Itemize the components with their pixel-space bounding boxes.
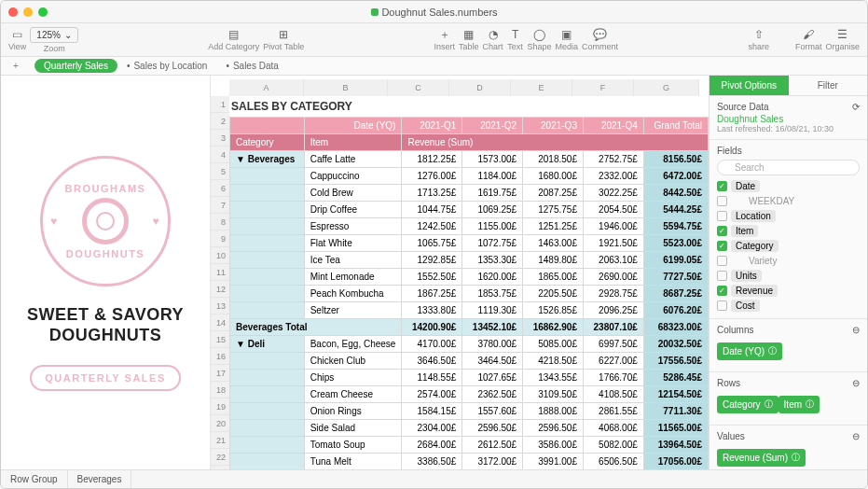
cell[interactable]: 2928.75£ (583, 286, 643, 302)
cell[interactable]: 4170.00£ (402, 336, 462, 353)
cell[interactable]: 1069.25£ (462, 202, 523, 218)
cell[interactable]: 1812.25£ (402, 151, 462, 168)
cell[interactable]: 2021-Q2 (462, 118, 523, 134)
cell[interactable]: 1148.55£ (402, 370, 462, 386)
cell[interactable]: 2861.55£ (583, 403, 643, 420)
remove-icon[interactable]: ⊖ (852, 325, 860, 335)
remove-icon[interactable]: ⊖ (852, 431, 860, 441)
cell[interactable]: 6227.00£ (583, 353, 643, 370)
cell[interactable]: 2612.50£ (462, 437, 523, 454)
remove-icon[interactable]: ⊖ (852, 378, 860, 388)
cell[interactable]: 2087.25£ (523, 185, 584, 202)
sheet-tab[interactable]: Sales by Location (117, 59, 216, 73)
add-category-icon[interactable]: ▤ (226, 28, 242, 41)
cell[interactable]: 5594.75£ (643, 218, 708, 235)
cell[interactable]: ▼ Beverages (230, 151, 305, 168)
cell[interactable]: 3646.50£ (402, 353, 462, 370)
cell[interactable]: Grand Total (643, 118, 708, 134)
cell[interactable]: 4218.50£ (523, 353, 584, 370)
row-number[interactable]: 10 (211, 247, 229, 264)
cell[interactable] (230, 437, 305, 454)
field-row[interactable]: ✓Category (717, 239, 860, 253)
cell[interactable]: 1680.00£ (523, 168, 584, 185)
cell[interactable]: Chicken Club (304, 353, 402, 370)
cell[interactable]: Cream Cheese (304, 386, 402, 403)
cell[interactable]: 11565.00£ (643, 420, 708, 437)
cell[interactable]: Chips (304, 370, 402, 386)
cell[interactable]: 14200.90£ (402, 319, 462, 336)
cell[interactable]: 1766.70£ (583, 370, 643, 386)
cell[interactable]: 5085.00£ (523, 336, 584, 353)
column-header[interactable]: G (634, 79, 699, 96)
cell[interactable]: 1526.85£ (523, 302, 584, 319)
zoom-select[interactable]: 125%⌄ (30, 27, 78, 43)
cell[interactable]: 6472.00£ (643, 168, 708, 185)
cell[interactable]: 1552.50£ (402, 269, 462, 286)
cell[interactable]: Caffe Latte (304, 151, 402, 168)
cell[interactable] (230, 168, 305, 185)
row-number[interactable]: 19 (211, 398, 229, 415)
cell[interactable]: 2362.50£ (462, 386, 523, 403)
column-header[interactable]: D (449, 79, 511, 96)
cell[interactable]: Bacon, Egg, Cheese (304, 336, 402, 353)
cell[interactable]: 2684.00£ (402, 437, 462, 454)
cell[interactable]: 5082.00£ (583, 437, 643, 454)
cell[interactable] (230, 118, 305, 134)
cell[interactable]: 3464.50£ (462, 353, 523, 370)
text-icon[interactable]: T (507, 28, 524, 41)
shape-icon[interactable]: ◯ (531, 28, 548, 41)
cell[interactable]: 1184.00£ (462, 168, 523, 185)
cell[interactable]: 17556.50£ (643, 353, 708, 370)
cell[interactable]: 1584.15£ (402, 403, 462, 420)
checkbox[interactable] (717, 300, 727, 311)
cell[interactable]: 16862.90£ (523, 319, 584, 336)
cell[interactable] (230, 269, 305, 286)
cell[interactable]: 4108.50£ (583, 386, 643, 403)
cell[interactable]: 1333.80£ (402, 302, 462, 319)
cell[interactable]: Espresso (304, 218, 402, 235)
cell[interactable]: 6199.05£ (643, 252, 708, 269)
cell[interactable] (230, 370, 305, 386)
insert-icon[interactable]: ＋ (436, 28, 453, 41)
cell[interactable]: 1619.75£ (462, 185, 523, 202)
cell[interactable]: 6997.50£ (583, 336, 643, 353)
column-header[interactable]: C (388, 79, 449, 96)
cell[interactable]: 1251.25£ (523, 218, 584, 235)
cell[interactable] (230, 235, 305, 252)
cell[interactable]: Drip Coffee (304, 202, 402, 218)
chip[interactable]: Categoryⓘ (717, 396, 778, 413)
checkbox[interactable] (717, 271, 727, 281)
cell[interactable]: 1946.00£ (583, 218, 643, 235)
cell[interactable]: 1888.00£ (523, 403, 584, 420)
cell[interactable]: Seltzer (304, 302, 402, 319)
cell[interactable]: 13452.10£ (462, 319, 523, 336)
cell[interactable]: 2690.00£ (583, 269, 643, 286)
columns-dropzone[interactable]: Date (YQ)ⓘ (717, 337, 860, 366)
cell[interactable]: 1119.30£ (462, 302, 523, 319)
cell[interactable]: 3022.25£ (583, 185, 643, 202)
cell[interactable] (230, 185, 305, 202)
cell[interactable]: 1489.80£ (523, 252, 584, 269)
cell[interactable]: Beverages Total (230, 319, 402, 336)
row-number[interactable]: 14 (211, 314, 229, 331)
cell[interactable]: 1867.25£ (402, 286, 462, 302)
checkbox[interactable]: ✓ (717, 241, 727, 251)
cell[interactable]: 2096.25£ (583, 302, 643, 319)
source-data-link[interactable]: Doughnut Sales (717, 114, 860, 124)
field-row[interactable]: Location (717, 209, 860, 223)
cell[interactable]: 6076.20£ (643, 302, 708, 319)
cell[interactable]: Side Salad (304, 420, 402, 437)
cell[interactable]: 23807.10£ (583, 319, 643, 336)
fields-search-input[interactable]: Search (717, 160, 860, 175)
cell[interactable]: Revenue (Sum) (402, 134, 709, 151)
add-sheet-button[interactable]: + (8, 61, 23, 71)
chip-date-yq[interactable]: Date (YQ)ⓘ (717, 342, 782, 360)
cell[interactable]: ▼ Deli (230, 336, 305, 353)
field-row[interactable]: Units (717, 269, 860, 283)
cell[interactable]: Item (304, 134, 402, 151)
cell[interactable]: 2574.00£ (402, 386, 462, 403)
cell[interactable]: 12154.50£ (643, 386, 708, 403)
cell[interactable]: 1853.75£ (462, 286, 523, 302)
row-number[interactable]: 4 (211, 147, 229, 163)
cell[interactable]: 5444.25£ (643, 202, 708, 218)
